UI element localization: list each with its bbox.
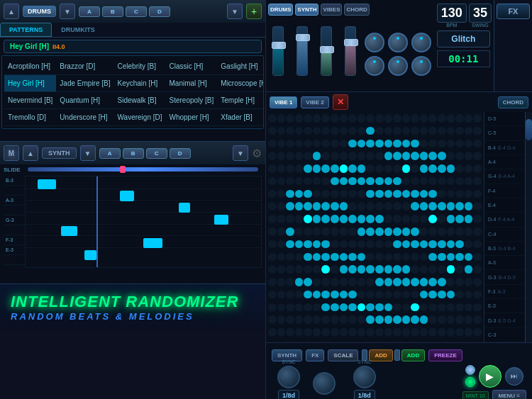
menu-button[interactable]: MENU ≡ [492, 390, 526, 400]
pattern-cell[interactable]: Keychain [H] [114, 75, 166, 92]
synth-settings-icon[interactable]: ⚙ [252, 147, 262, 160]
grid-line [26, 212, 261, 213]
track-tab-c[interactable]: C [126, 6, 147, 17]
fx-bottom-btn[interactable]: FX [306, 349, 324, 361]
sync-value-1[interactable]: 1/8d [278, 390, 299, 400]
tab-drumkits[interactable]: DRUMKITS [52, 23, 104, 37]
dot-cell [340, 315, 348, 324]
play-button[interactable]: ▶ [479, 365, 501, 388]
pattern-cell[interactable]: Microscope [H] [217, 75, 264, 92]
pattern-cell[interactable]: Tremollo [D] [4, 109, 56, 126]
skip-button[interactable]: ⏭ [505, 367, 523, 386]
close-button[interactable]: ✕ [333, 94, 348, 110]
preset-name[interactable]: Glitch [437, 30, 490, 47]
drums-button[interactable]: DRUMS [23, 6, 56, 17]
synth-track-c[interactable]: C [146, 148, 167, 159]
synth-track-down[interactable]: ▼ [233, 145, 248, 161]
bpm-value[interactable]: 130 [437, 4, 467, 23]
slide-bar[interactable] [28, 167, 258, 172]
pattern-cell[interactable]: Gaslight [H] [217, 58, 264, 75]
dot-cell [375, 227, 384, 236]
dot-cell [348, 164, 357, 173]
pattern-cell[interactable]: Whopper [H] [166, 109, 218, 126]
dot-cell [277, 202, 286, 210]
mixer-tab-drums[interactable]: DRUMS [268, 4, 293, 16]
pattern-cell[interactable]: Quantum [H] [56, 92, 113, 109]
dot-cell [375, 291, 384, 299]
pattern-cell[interactable]: Xfader [B] [217, 109, 264, 126]
right-scrollbar[interactable] [525, 112, 532, 342]
chord-button[interactable]: CHORD [498, 96, 528, 108]
add-plus-1[interactable] [394, 349, 400, 361]
dot-cell [358, 215, 366, 223]
add-btn-2[interactable]: ADD [401, 349, 425, 361]
tab-patterns[interactable]: PATTERNS [0, 23, 52, 37]
pattern-cell[interactable]: Classic [H] [166, 58, 218, 75]
mixer-tab-chord[interactable]: CHORD [344, 4, 369, 16]
dial-center[interactable] [313, 372, 336, 395]
mint-badge: MINT 10 [462, 391, 489, 400]
synth-track-b[interactable]: B [123, 148, 144, 159]
dial-2[interactable] [353, 366, 376, 388]
dot-cell [295, 152, 304, 160]
track-tab-d[interactable]: D [149, 6, 170, 17]
synth-button[interactable]: SYNTH [42, 147, 77, 159]
vibe2-button[interactable]: VIBE 2 [301, 96, 328, 108]
synth-mode-icon[interactable]: M [4, 145, 19, 161]
fader-track-4[interactable] [345, 26, 356, 76]
synth-nav-down[interactable]: ▼ [80, 145, 96, 161]
fx-button[interactable]: FX [497, 4, 530, 19]
knob-3[interactable] [388, 33, 408, 52]
fader-track-1[interactable] [272, 26, 284, 76]
dot-cell [295, 291, 304, 299]
knob-dot-2 [373, 60, 376, 63]
pattern-cell[interactable]: Stereopoly [B] [166, 92, 218, 109]
mixer-tab-synth[interactable]: SYNTH [295, 4, 318, 16]
track-tab-b[interactable]: B [102, 6, 123, 17]
synth-track-a[interactable]: A [99, 148, 121, 159]
dot-cell [286, 190, 294, 198]
track-tab-a[interactable]: A [79, 6, 100, 17]
pattern-cell[interactable]: Hey Girl [H] [4, 75, 56, 92]
knob-5[interactable] [411, 33, 431, 52]
dot-cell [313, 152, 321, 160]
drums-add-button[interactable]: + [246, 4, 262, 19]
roll-note [61, 226, 77, 236]
dot-cell [358, 177, 366, 186]
pattern-cell[interactable]: Underscore [H] [56, 109, 113, 126]
knob-1[interactable] [365, 33, 384, 52]
pattern-cell[interactable]: Celebrity [B] [114, 58, 166, 75]
drums-nav-up[interactable]: ▲ [4, 4, 19, 19]
vibe1-button[interactable]: VIBE 1 [270, 96, 297, 108]
pattern-cell[interactable]: Wavereign [D] [114, 109, 166, 126]
sync-value-2[interactable]: 1/8d [354, 390, 375, 400]
dot-cell [295, 177, 304, 186]
dot-cell [438, 127, 446, 135]
pattern-cell[interactable]: Acroptilon [H] [4, 58, 56, 75]
drums-nav-down[interactable]: ▼ [60, 4, 75, 19]
drums-track-down[interactable]: ▼ [227, 4, 243, 19]
pattern-cell[interactable]: Temple [H] [217, 92, 264, 109]
knob-2[interactable] [365, 56, 384, 76]
pattern-cell[interactable]: Sidewalk [B] [114, 92, 166, 109]
pattern-cell[interactable]: Nevermind [B] [4, 92, 56, 109]
fader-track-3[interactable] [321, 26, 332, 76]
dot-cell [286, 140, 294, 148]
pattern-cell[interactable]: Brazzor [D] [56, 58, 113, 75]
knob-4[interactable] [388, 56, 408, 76]
fader-track-2[interactable] [297, 26, 308, 76]
freeze-btn[interactable]: FREEZE [428, 349, 462, 361]
pattern-cell[interactable]: Jade Empire [B] [56, 75, 113, 92]
pattern-cell[interactable]: Manimal [H] [166, 75, 218, 92]
mixer-tab-vibes[interactable]: VIBES [321, 4, 342, 16]
synth-track-d[interactable]: D [170, 148, 191, 159]
dial-1[interactable] [277, 366, 300, 388]
dot-cell [340, 152, 348, 160]
dot-cell [331, 215, 339, 223]
dot-cell [447, 291, 455, 299]
dot-cell [420, 202, 428, 210]
synth-nav-up[interactable]: ▲ [23, 145, 38, 161]
swing-value[interactable]: 35 [469, 4, 492, 23]
dot-cell [304, 164, 312, 173]
knob-6[interactable] [411, 56, 431, 76]
